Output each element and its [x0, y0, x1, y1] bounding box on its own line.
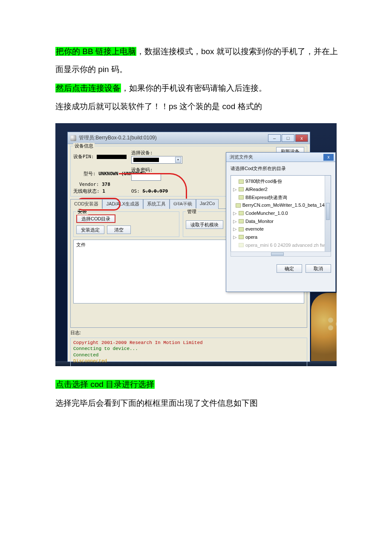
folder-icon — [239, 227, 244, 231]
dialog-title: 浏览文件夹 — [230, 154, 253, 160]
clear-button[interactable]: 清空 — [107, 225, 131, 234]
read-modules-button[interactable]: 读取手机模块 — [186, 220, 223, 229]
wallpaper-detail — [311, 293, 337, 361]
password-input[interactable] — [131, 173, 161, 181]
ok-button[interactable]: 确定 — [277, 264, 302, 273]
tab-cod[interactable]: COD安装器 — [70, 199, 102, 209]
tree-item: ▷CodeMuncher_1.0.0 — [233, 209, 330, 217]
instruction-text: 把你的 BB 链接上电脑，数据连接模式，box 就可以搜索到你的手机了，并在上面… — [55, 43, 341, 116]
cancel-button[interactable]: 取消 — [306, 264, 331, 273]
select-cod-dir-button[interactable]: 选择COD目录 — [76, 214, 115, 223]
window-title: 管理员:BerryBox-0.2.1(build:0109) — [79, 134, 268, 142]
vertical-scrollbar[interactable] — [325, 176, 331, 251]
tree-item: ▷AlReader2 — [233, 185, 330, 194]
para-5: 选择完毕后会看到下面的框框里面出现了文件信息如下图 — [55, 394, 341, 412]
tree-item: BerryCN.com_MoWriter_1.5.0_beta_1476 — [233, 201, 330, 209]
install-selected-button[interactable]: 安装选定 — [76, 225, 104, 234]
log-panel: Copyright 2001-2009 Research In Motion L… — [70, 338, 307, 366]
minimize-button[interactable]: – — [268, 134, 281, 142]
folder-icon — [239, 187, 244, 191]
highlight-2: 然后点击连接设备 — [55, 84, 121, 92]
screenshot: 管理员:BerryBox-0.2.1(build:0109) – □ x 设备信… — [55, 123, 337, 366]
tree-item: 9780软件cod备份 — [233, 177, 330, 185]
app-icon — [70, 135, 76, 141]
folder-icon — [239, 195, 244, 199]
tab-jar2cod[interactable]: Jar2Co — [196, 199, 219, 209]
dialog-titlebar: 浏览文件夹 x — [226, 153, 335, 162]
install-group: 安装 选择COD目录 安装选定 清空 — [73, 211, 179, 237]
dialog-prompt: 请选择Cod文件所在的目录 — [231, 165, 331, 172]
folder-icon — [239, 235, 244, 239]
folder-icon — [236, 203, 241, 208]
titlebar: 管理员:BerryBox-0.2.1(build:0109) – □ x — [68, 132, 310, 144]
folder-icon — [239, 179, 244, 184]
group-title-device: 设备信息 — [73, 143, 95, 149]
log-label: 日志: — [70, 330, 307, 336]
dialog-close-button[interactable]: x — [323, 154, 334, 161]
para-3: 连接成功后就可以装软件了！！ps 这个装的是 cod 格式的 — [55, 98, 341, 116]
tab-ota[interactable]: OTA下载 — [170, 199, 196, 209]
folder-icon — [239, 243, 244, 247]
pin-redacted — [97, 155, 127, 159]
tree-item: ▷opera — [233, 233, 330, 241]
highlight-3: 点击选择 cod 目录进行选择 — [55, 380, 155, 389]
tree-item: BBExpress快递查询 — [233, 194, 330, 202]
tree-item: ▷evernote — [233, 225, 330, 233]
chevron-down-icon: ▾ — [175, 157, 181, 163]
tab-jad[interactable]: JAD/ALX生成器 — [102, 199, 143, 209]
tab-tools[interactable]: 系统工具 — [143, 199, 170, 209]
tree-item: opera_mini 6 0 24209 advanced zh fw4 — [233, 241, 330, 249]
close-button[interactable]: x — [295, 134, 308, 142]
folder-icon — [239, 219, 244, 223]
maximize-button[interactable]: □ — [282, 134, 294, 142]
browse-folder-dialog: 浏览文件夹 x 请选择Cod文件所在的目录 9780软件cod备份 ▷AlRea… — [226, 152, 336, 292]
device-select[interactable]: ▾ — [131, 156, 182, 164]
folder-icon — [239, 211, 244, 215]
tree-item: ▷Data_Monitor — [233, 217, 330, 225]
horizontal-scrollbar[interactable] — [231, 251, 331, 257]
instruction-text-below: 点击选择 cod 目录进行选择 选择完毕后会看到下面的框框里面出现了文件信息如下… — [55, 376, 341, 412]
folder-tree[interactable]: 9780软件cod备份 ▷AlReader2 BBExpress快递查询 Ber… — [231, 175, 331, 252]
highlight-1: 把你的 BB 链接上电脑 — [55, 47, 136, 56]
